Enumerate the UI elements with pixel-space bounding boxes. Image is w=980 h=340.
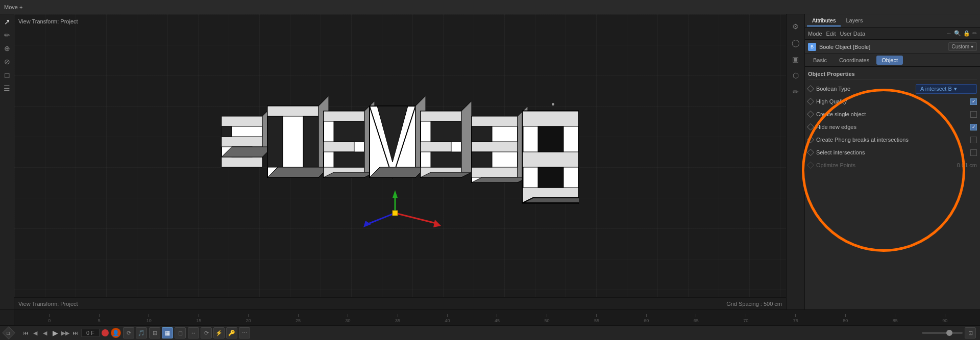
toolbar-subtract-icon[interactable]: ⊘ [2, 56, 13, 67]
tab-attributes[interactable]: Attributes [807, 15, 841, 27]
icon-group-view: ⊞ ▦ ◻ [149, 327, 186, 338]
ruler-mark-50: 50 [522, 314, 572, 323]
object-header: B Boole Object [Boole] Custom ▾ [805, 40, 980, 54]
section-title: Object Properties [808, 71, 977, 80]
toolbar-rect-icon[interactable]: ◻ [2, 69, 13, 81]
svg-rect-39 [472, 126, 492, 142]
prop-diamond-hide-edges [807, 123, 814, 130]
timeline-view-btn[interactable]: ⊞ [149, 327, 160, 338]
svg-line-53 [395, 213, 436, 223]
svg-rect-1 [222, 116, 262, 126]
motion-path-btn[interactable]: ↔ [188, 327, 199, 338]
slider-thumb[interactable] [946, 330, 952, 336]
edit-icon[interactable]: ✏ [972, 30, 977, 37]
user-data-label[interactable]: User Data [840, 31, 866, 37]
prop-row-create-single: Create single object [808, 109, 977, 119]
svg-rect-3 [222, 157, 262, 167]
toolbar-menu-icon[interactable]: ☰ [2, 83, 13, 94]
prop-diamond-select-intersections [807, 149, 814, 156]
prop-label-high-quality: High Quality [816, 98, 970, 104]
svg-rect-9 [267, 106, 318, 116]
frame-display[interactable]: 0 F [81, 329, 100, 337]
svg-rect-48 [538, 167, 564, 188]
right-icon-layers[interactable]: ◯ [789, 36, 803, 50]
svg-rect-28 [421, 111, 461, 121]
zoom-fit-btn[interactable]: ⊡ [965, 327, 976, 338]
subtab-object[interactable]: Object [876, 56, 903, 65]
metronome-btn[interactable]: 🎵 [136, 327, 147, 338]
right-icon-keyframe[interactable]: ✏ [789, 85, 803, 99]
boolean-type-dropdown[interactable]: A intersect B ▾ [916, 84, 977, 94]
subtab-basic[interactable]: Basic [808, 56, 832, 65]
ruler-marks: 0 5 10 15 20 25 30 35 40 45 50 55 60 65 … [14, 314, 980, 323]
ruler-mark-30: 30 [323, 314, 373, 323]
svg-rect-29 [421, 142, 451, 152]
checkbox-hide-edges[interactable] [970, 124, 977, 130]
ruler-mark-85: 85 [870, 314, 920, 323]
user-icon-btn[interactable]: 👤 [111, 328, 121, 338]
keyframe-diamond-btn[interactable]: ◇ [2, 326, 15, 339]
svg-rect-57 [393, 211, 398, 216]
prop-diamond-boolean-type [807, 85, 814, 92]
ruler-mark-45: 45 [472, 314, 522, 323]
right-icon-gear[interactable]: ⚙ [789, 19, 803, 34]
timeline-ruler[interactable]: 0 5 10 15 20 25 30 35 40 45 50 55 60 65 … [14, 310, 980, 325]
ruler-mark-5: 5 [74, 314, 124, 323]
play-back-btn[interactable]: ◀ [41, 329, 49, 337]
timeline-left [0, 310, 14, 325]
edit-label[interactable]: Edit [826, 31, 836, 37]
mode-label[interactable]: Mode [808, 31, 822, 37]
prop-label-phong-breaks: Create Phong breaks at intersections [816, 137, 970, 143]
dynamics-btn[interactable]: ⚡ [213, 327, 225, 338]
go-to-end-btn[interactable]: ⏭ [71, 329, 79, 337]
ruler-mark-15: 15 [174, 314, 223, 323]
svg-rect-11 [303, 116, 318, 167]
curve-editor-btn[interactable]: ◻ [175, 327, 186, 338]
toolbar-add-icon[interactable]: ⊕ [2, 43, 13, 54]
ruler-mark-80: 80 [821, 314, 870, 323]
custom-dropdown[interactable]: Custom ▾ [948, 42, 977, 51]
viewport-content [14, 14, 786, 309]
search-icon[interactable]: 🔍 [954, 30, 961, 37]
play-btn[interactable]: ▶ [51, 328, 60, 337]
toolbar-arrow-icon[interactable]: ↗ [2, 16, 13, 28]
prev-frame-btn[interactable]: ◀ [31, 329, 39, 337]
checkbox-phong-breaks[interactable] [970, 137, 977, 143]
dope-sheet-btn[interactable]: ▦ [162, 327, 173, 338]
tab-layers[interactable]: Layers [841, 15, 868, 27]
go-to-start-btn[interactable]: ⏮ [21, 329, 30, 337]
lock-icon[interactable]: 🔒 [963, 30, 970, 37]
viewport-status-bar: View Transform: Project Grid Spacing : 5… [14, 297, 786, 309]
record-button[interactable] [102, 329, 109, 336]
prop-label-select-intersections: Select intersections [816, 149, 970, 155]
checkbox-high-quality[interactable] [970, 98, 977, 105]
svg-marker-26 [370, 167, 426, 177]
checkbox-create-single[interactable] [970, 111, 977, 118]
subtab-coordinates[interactable]: Coordinates [834, 56, 874, 65]
top-bar-label: Move + [4, 4, 22, 10]
viewport[interactable]: View Transform: Project [14, 14, 786, 309]
auto-key-btn[interactable]: 🔑 [226, 327, 237, 338]
arrow-back-icon[interactable]: ← [946, 30, 952, 37]
svg-marker-50 [523, 198, 579, 203]
next-frame-btn[interactable]: ▶▶ [61, 329, 69, 337]
prop-label-hide-edges: Hide new edges [816, 124, 970, 130]
timeline-row: 0 5 10 15 20 25 30 35 40 45 50 55 60 65 … [0, 310, 980, 325]
slider-track[interactable] [922, 332, 963, 334]
ruler-mark-55: 55 [572, 314, 621, 323]
prop-row-high-quality: High Quality [808, 96, 977, 107]
sub-tabs: Basic Coordinates Object [805, 54, 980, 67]
play-controls: ⏮ ◀ ◀ ▶ ▶▶ ⏭ [21, 328, 79, 337]
ruler-mark-0: 0 [24, 314, 74, 323]
ik-btn[interactable]: ⟳ [201, 327, 212, 338]
timeline-zoom-slider[interactable] [922, 332, 963, 334]
svg-marker-52 [393, 190, 398, 198]
right-icon-scene[interactable]: ⬡ [789, 68, 803, 83]
right-icon-material[interactable]: ▣ [789, 52, 803, 66]
extras-btn[interactable]: ⋯ [239, 327, 250, 338]
toolbar-pencil-icon[interactable]: ✏ [2, 30, 13, 41]
checkbox-select-intersections[interactable] [970, 149, 977, 156]
ruler-mark-20: 20 [224, 314, 273, 323]
properties-area: Object Properties Boolean Type A interse… [805, 67, 980, 309]
loop-btn[interactable]: ⟳ [123, 327, 134, 338]
